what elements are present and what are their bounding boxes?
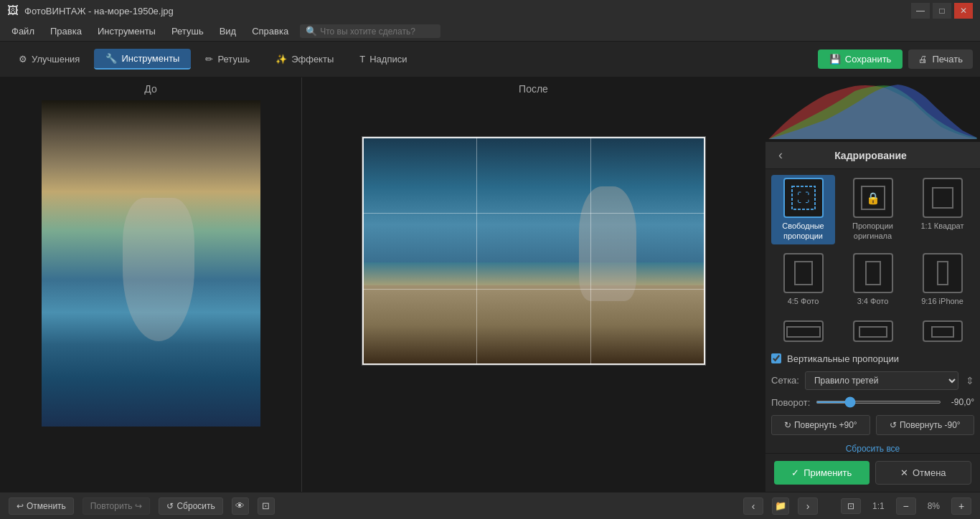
canvas-area: До После <box>0 77 765 492</box>
crop-option-916[interactable]: 9:16 iPhone <box>910 250 974 309</box>
zoom-in-icon: + <box>958 500 964 512</box>
panel-back-button[interactable]: ‹ <box>774 148 787 163</box>
rotate-buttons-row: ↻ Повернуть +90° ↺ Повернуть -90° <box>771 415 974 435</box>
tab-improvements[interactable]: ⚙ Улучшения <box>7 49 91 70</box>
crop-icon-extra3 <box>923 320 963 342</box>
titlebar: 🖼 ФотоВИНТАЖ - на-море-1950e.jpg — □ ✕ <box>0 0 980 22</box>
search-bar[interactable]: 🔍 <box>300 24 440 38</box>
916-icon <box>928 259 957 287</box>
crop-option-extra1[interactable] <box>771 318 835 345</box>
crop-option-extra2[interactable] <box>841 318 905 345</box>
effects-icon: ✨ <box>275 54 287 65</box>
before-label: До <box>144 83 156 95</box>
crop-option-free[interactable]: ⛶ Свободныепропорции <box>771 175 835 244</box>
eye-button[interactable]: 👁 <box>232 497 249 515</box>
apply-button[interactable]: ✓ Применить <box>774 461 870 485</box>
close-button[interactable]: ✕ <box>954 3 973 19</box>
compare-button[interactable]: ⊡ <box>258 497 275 515</box>
reset-button[interactable]: ↺ Сбросить <box>159 497 222 515</box>
crop-grid-h1 <box>362 213 705 214</box>
redo-button[interactable]: Повторить ↪ <box>83 497 151 515</box>
rotation-row: Поворот: -90,0° <box>771 397 974 408</box>
menu-view[interactable]: Вид <box>212 23 244 39</box>
nav-next-button[interactable]: › <box>798 497 818 515</box>
save-button[interactable]: 💾 Сохранить <box>818 49 903 69</box>
select-arrow-icon: ⇕ <box>966 375 974 386</box>
free-proportions-icon: ⛶ <box>789 184 818 212</box>
undo-button[interactable]: ↩ Отменить <box>9 497 74 515</box>
crop-icon-original: 🔒 <box>853 178 893 218</box>
nav-prev-button[interactable]: ‹ <box>743 497 763 515</box>
print-button[interactable]: 🖨 Печать <box>908 49 973 69</box>
reset-all-link[interactable]: Сбросить все <box>771 444 974 453</box>
fit-view-button[interactable]: ⊡ <box>841 498 861 514</box>
crop-free-label: Свободныепропорции <box>782 221 824 242</box>
crop-icon-916 <box>923 253 963 293</box>
crop-original-label: Пропорцииоригинала <box>852 221 893 242</box>
fit-icon: ⊡ <box>847 501 854 511</box>
tab-captions[interactable]: T Надписи <box>348 49 418 70</box>
panel-title: Кадрирование <box>834 150 907 161</box>
statusbar: ↩ Отменить Повторить ↪ ↺ Сбросить 👁 ⊡ ‹ … <box>0 492 980 519</box>
rotate-ccw-button[interactable]: ↺ Повернуть -90° <box>876 415 975 435</box>
crop-handle-tl[interactable] <box>362 136 369 143</box>
vertical-proportions-label[interactable]: Вертикальные пропорции <box>787 353 899 364</box>
crop-option-original[interactable]: 🔒 Пропорцииоригинала <box>841 175 905 244</box>
crop-grid-v2 <box>590 137 591 365</box>
titlebar-controls: — □ ✕ <box>911 3 973 19</box>
folder-button[interactable]: 📁 <box>772 497 789 515</box>
crop-options-grid: ⛶ Свободныепропорции 🔒 Пропорцииоригинал… <box>771 175 974 309</box>
save-icon: 💾 <box>829 54 841 65</box>
menu-retouch[interactable]: Ретушь <box>164 23 211 39</box>
svg-rect-10 <box>859 327 887 337</box>
grid-label: Сетка: <box>771 375 799 386</box>
menu-file[interactable]: Файл <box>4 23 42 39</box>
crop-handle-bl[interactable] <box>362 358 369 366</box>
vertical-proportions-checkbox[interactable] <box>771 353 781 363</box>
crop-square-label: 1:1 Квадрат <box>920 221 963 231</box>
zoom-out-button[interactable]: − <box>896 497 916 515</box>
tab-effects[interactable]: ✨ Эффекты <box>264 49 345 70</box>
panel-header: ‹ Кадрирование <box>765 142 980 169</box>
crop-options-row2 <box>771 318 974 345</box>
undo-icon: ↩ <box>17 501 24 511</box>
cancel-button[interactable]: ✕ Отмена <box>875 461 972 485</box>
titlebar-title-area: 🖼 ФотоВИНТАЖ - на-море-1950e.jpg <box>7 4 174 17</box>
crop-option-34[interactable]: 3:4 Фото <box>841 250 905 309</box>
crop-handle-br[interactable] <box>699 358 706 366</box>
minimize-button[interactable]: — <box>911 3 930 19</box>
rotate-cw-button[interactable]: ↻ Повернуть +90° <box>771 415 870 435</box>
after-image-container[interactable] <box>362 136 706 366</box>
tab-tools[interactable]: 🔧 Инструменты <box>94 49 191 70</box>
redo-icon: ↪ <box>135 501 142 511</box>
search-icon: 🔍 <box>306 26 317 37</box>
after-label: После <box>519 83 548 95</box>
vertical-proportions-row: Вертикальные пропорции <box>771 353 974 364</box>
folder-icon: 📁 <box>775 500 786 511</box>
tab-retouch[interactable]: ✏ Ретушь <box>194 49 261 70</box>
toolbar-actions: 💾 Сохранить 🖨 Печать <box>818 49 973 69</box>
eye-icon: 👁 <box>235 500 245 511</box>
panel-actions: ✓ Применить ✕ Отмена <box>765 453 980 492</box>
crop-option-45[interactable]: 4:5 Фото <box>771 250 835 309</box>
rotation-slider[interactable] <box>816 401 941 404</box>
menu-help[interactable]: Справка <box>245 23 296 39</box>
crop-45-label: 4:5 Фото <box>788 296 819 306</box>
extra1-icon <box>786 324 821 338</box>
search-input[interactable] <box>320 27 435 37</box>
histogram-chart <box>768 80 977 139</box>
crop-916-label: 9:16 iPhone <box>921 296 963 306</box>
crop-icon-34 <box>853 253 893 293</box>
crop-handle-tr[interactable] <box>699 136 706 143</box>
crop-border[interactable] <box>362 137 705 365</box>
rotation-control: -90,0° <box>816 397 974 407</box>
grid-select[interactable]: Правило третей Сетка Диагонали Без сетки <box>805 371 958 390</box>
menu-tools[interactable]: Инструменты <box>90 23 163 39</box>
crop-option-square[interactable]: 1:1 Квадрат <box>910 175 974 244</box>
svg-rect-9 <box>787 327 820 337</box>
zoom-in-button[interactable]: + <box>951 497 971 515</box>
original-proportions-icon: 🔒 <box>859 184 887 212</box>
menu-edit[interactable]: Правка <box>43 23 89 39</box>
maximize-button[interactable]: □ <box>933 3 951 19</box>
crop-option-extra3[interactable] <box>910 318 974 345</box>
